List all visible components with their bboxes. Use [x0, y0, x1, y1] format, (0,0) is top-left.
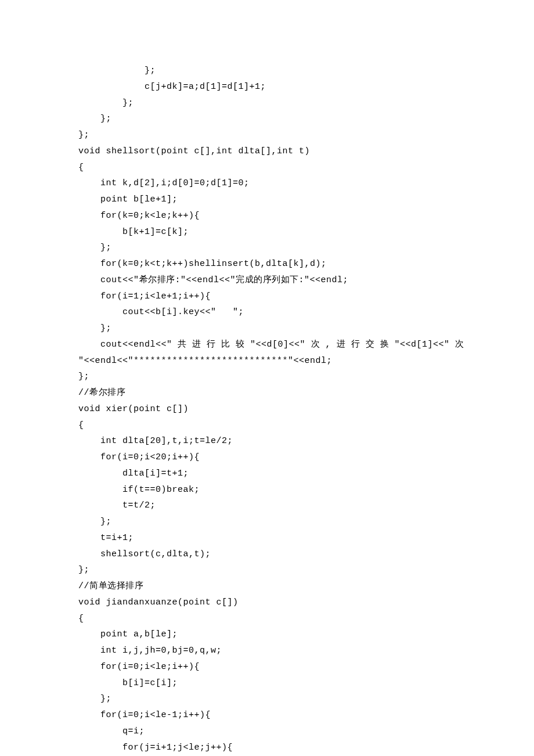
- code-line: point b[le+1];: [78, 192, 456, 208]
- code-line: b[k+1]=c[k];: [78, 224, 456, 240]
- code-line: for(k=0;k<le;k++){: [78, 208, 456, 224]
- code-line: };: [78, 321, 456, 337]
- code-line: point a,b[le];: [78, 627, 456, 643]
- code-line: shellsort(c,dlta,t);: [78, 546, 456, 563]
- code-line: };: [78, 240, 456, 256]
- code-line: dlta[i]=t+1;: [78, 466, 456, 482]
- code-line: for(k=0;k<t;k++)shellinsert(b,dlta[k],d)…: [78, 256, 456, 272]
- code-block: }; c[j+dk]=a;d[1]=d[1]+1; }; };};void sh…: [78, 63, 456, 756]
- code-line: for(i=0;i<20;i++){: [78, 449, 456, 466]
- code-line: {: [78, 160, 456, 176]
- code-line: };: [78, 562, 456, 578]
- code-line: cout<<b[i].key<<" ";: [78, 304, 456, 321]
- code-line: };: [78, 369, 456, 385]
- code-line: t=t/2;: [78, 498, 456, 514]
- code-line: for(i=0;i<le;i++){: [78, 659, 456, 675]
- code-line: //希尔排序: [78, 385, 456, 401]
- code-line: cout<<endl<<" 共 进 行 比 较 "<<d[0]<<" 次 , 进…: [78, 337, 456, 353]
- code-line: b[i]=c[i];: [78, 675, 456, 692]
- code-line: for(j=i+1;j<le;j++){: [78, 740, 456, 756]
- code-line: void shellsort(point c[],int dlta[],int …: [78, 143, 456, 160]
- code-line: "<<endl<<"****************************"<…: [78, 353, 456, 369]
- code-line: int i,j,jh=0,bj=0,q,w;: [78, 643, 456, 659]
- code-line: cout<<"希尔排序:"<<endl<<"完成的序列如下:"<<endl;: [78, 272, 456, 289]
- code-line: void jiandanxuanze(point c[]): [78, 595, 456, 611]
- code-line: int dlta[20],t,i;t=le/2;: [78, 433, 456, 449]
- code-line: t=i+1;: [78, 530, 456, 546]
- code-line: };: [78, 514, 456, 530]
- code-line: };: [78, 63, 456, 79]
- code-line: {: [78, 417, 456, 434]
- code-line: };: [78, 95, 456, 111]
- code-line: if(t==0)break;: [78, 482, 456, 498]
- code-line: for(i=1;i<le+1;i++){: [78, 289, 456, 305]
- code-line: int k,d[2],i;d[0]=0;d[1]=0;: [78, 175, 456, 192]
- code-line: };: [78, 111, 456, 127]
- code-line: void xier(point c[]): [78, 401, 456, 417]
- code-line: //简单选择排序: [78, 578, 456, 595]
- code-line: c[j+dk]=a;d[1]=d[1]+1;: [78, 79, 456, 95]
- code-line: };: [78, 691, 456, 707]
- code-line: for(i=0;i<le-1;i++){: [78, 707, 456, 723]
- code-line: };: [78, 127, 456, 143]
- code-line: {: [78, 611, 456, 627]
- document-page: }; c[j+dk]=a;d[1]=d[1]+1; }; };};void sh…: [0, 0, 534, 756]
- code-line: q=i;: [78, 723, 456, 740]
